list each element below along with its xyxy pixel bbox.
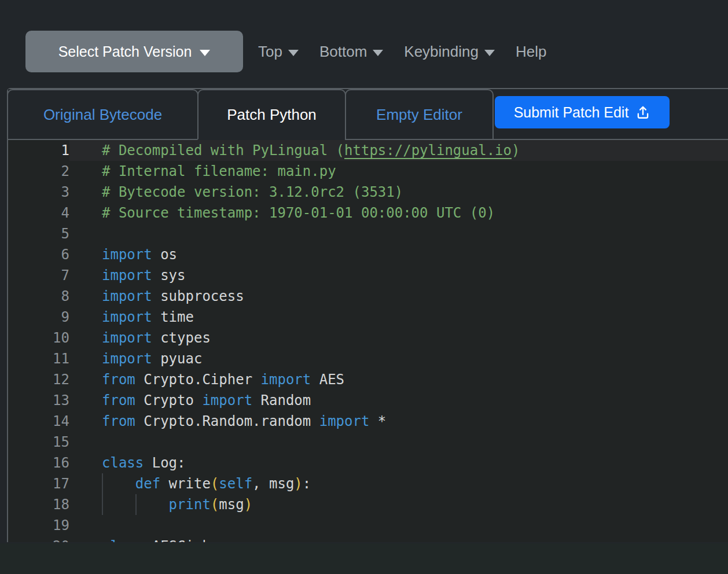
- code-text: import subprocess: [69, 286, 728, 307]
- code-line[interactable]: 17 def write(self, msg):: [8, 473, 728, 494]
- code-text: print(msg): [69, 494, 728, 515]
- code-line[interactable]: 3# Bytecode version: 3.12.0rc2 (3531): [8, 182, 728, 203]
- code-line[interactable]: 19: [8, 515, 728, 536]
- menu-item-label: Bottom: [319, 43, 367, 61]
- code-text: from Crypto import Random: [69, 390, 728, 411]
- code-line[interactable]: 6import os: [8, 244, 728, 265]
- line-number: 2: [8, 161, 69, 182]
- code-line[interactable]: 4# Source timestamp: 1970-01-01 00:00:00…: [8, 203, 728, 223]
- menu-item-top[interactable]: Top: [258, 43, 299, 61]
- line-number: 19: [8, 515, 69, 536]
- code-line[interactable]: 7import sys: [8, 265, 728, 286]
- code-line[interactable]: 15: [8, 432, 728, 452]
- line-number: 16: [8, 452, 69, 473]
- tab-label: Original Bytecode: [43, 106, 162, 124]
- code-line[interactable]: 12from Crypto.Cipher import AES: [8, 369, 728, 390]
- code-text: from Crypto.Cipher import AES: [69, 369, 728, 390]
- code-text: class AESCipher:: [69, 536, 728, 542]
- tab-label: Empty Editor: [376, 106, 462, 124]
- chevron-down-icon: [373, 50, 383, 56]
- tab-empty-editor[interactable]: Empty Editor: [345, 89, 494, 140]
- select-patch-version-button[interactable]: Select Patch Version: [25, 31, 243, 72]
- tab-label: Patch Python: [227, 106, 317, 124]
- line-number: 17: [8, 473, 69, 494]
- menu-item-label: Top: [258, 43, 282, 61]
- code-text: # Source timestamp: 1970-01-01 00:00:00 …: [69, 203, 728, 223]
- menu-item-label: Keybinding: [404, 43, 479, 61]
- menu-item-keybinding[interactable]: Keybinding: [404, 43, 495, 61]
- menu-item-bottom[interactable]: Bottom: [319, 43, 383, 61]
- code-text: [69, 515, 728, 536]
- code-line[interactable]: 2# Internal filename: main.py: [8, 161, 728, 182]
- line-number: 6: [8, 244, 69, 265]
- code-line[interactable]: 1# Decompiled with PyLingual (https://py…: [8, 140, 728, 161]
- code-line[interactable]: 8import subprocess: [8, 286, 728, 307]
- code-text: import sys: [69, 265, 728, 286]
- line-number: 11: [8, 348, 69, 369]
- menu-item-help[interactable]: Help: [516, 43, 546, 61]
- line-number: 7: [8, 265, 69, 286]
- line-number: 18: [8, 494, 69, 515]
- code-text: import time: [69, 307, 728, 328]
- code-text: class Log:: [69, 452, 728, 473]
- line-number: 14: [8, 411, 69, 432]
- submit-patch-edit-label: Submit Patch Edit: [514, 104, 629, 121]
- code-text: from Crypto.Random.random import *: [69, 411, 728, 432]
- code-text: import pyuac: [69, 348, 728, 369]
- code-text: # Bytecode version: 3.12.0rc2 (3531): [69, 182, 728, 203]
- code-line[interactable]: 13from Crypto import Random: [8, 390, 728, 411]
- line-number: 9: [8, 307, 69, 328]
- select-patch-version-label: Select Patch Version: [58, 43, 192, 60]
- menu-item-label: Help: [516, 43, 546, 61]
- code-text: import os: [69, 244, 728, 265]
- code-text: def write(self, msg):: [69, 473, 728, 494]
- code-text: [69, 432, 728, 452]
- chevron-down-icon: [484, 50, 495, 56]
- line-number: 12: [8, 369, 69, 390]
- line-number: 20: [8, 536, 69, 542]
- line-number: 15: [8, 432, 69, 452]
- line-number: 3: [8, 182, 69, 203]
- code-line[interactable]: 16class Log:: [8, 452, 728, 473]
- tabs-bar: Original Bytecode Patch Python Empty Edi…: [8, 89, 728, 140]
- line-number: 8: [8, 286, 69, 307]
- toolbar: Select Patch Version Top Bottom Keybindi…: [0, 0, 728, 88]
- code-line[interactable]: 9import time: [8, 307, 728, 328]
- chevron-down-icon: [200, 50, 210, 56]
- app-root: Select Patch Version Top Bottom Keybindi…: [0, 0, 728, 574]
- upload-icon: [635, 105, 650, 120]
- tab-original-bytecode[interactable]: Original Bytecode: [7, 89, 198, 140]
- menubar: Top Bottom Keybinding Help: [258, 31, 546, 72]
- code-text: # Decompiled with PyLingual (https://pyl…: [69, 140, 728, 161]
- code-text: # Internal filename: main.py: [69, 161, 728, 182]
- code-text: import ctypes: [69, 328, 728, 348]
- code-editor[interactable]: 1# Decompiled with PyLingual (https://py…: [8, 140, 728, 542]
- code-line[interactable]: 10import ctypes: [8, 328, 728, 348]
- chevron-down-icon: [288, 50, 299, 56]
- bottom-strip: [0, 543, 728, 574]
- code-text: [69, 223, 728, 244]
- line-number: 5: [8, 223, 69, 244]
- editor-panel: Original Bytecode Patch Python Empty Edi…: [7, 88, 728, 542]
- code-line[interactable]: 20class AESCipher:: [8, 536, 728, 542]
- code-line[interactable]: 14from Crypto.Random.random import *: [8, 411, 728, 432]
- tab-patch-python[interactable]: Patch Python: [197, 89, 346, 140]
- line-number: 4: [8, 203, 69, 223]
- code-line[interactable]: 18 print(msg): [8, 494, 728, 515]
- line-number: 10: [8, 328, 69, 348]
- code-line[interactable]: 5: [8, 223, 728, 244]
- submit-patch-edit-button[interactable]: Submit Patch Edit: [495, 96, 670, 128]
- line-number: 1: [8, 140, 69, 161]
- line-number: 13: [8, 390, 69, 411]
- code-line[interactable]: 11import pyuac: [8, 348, 728, 369]
